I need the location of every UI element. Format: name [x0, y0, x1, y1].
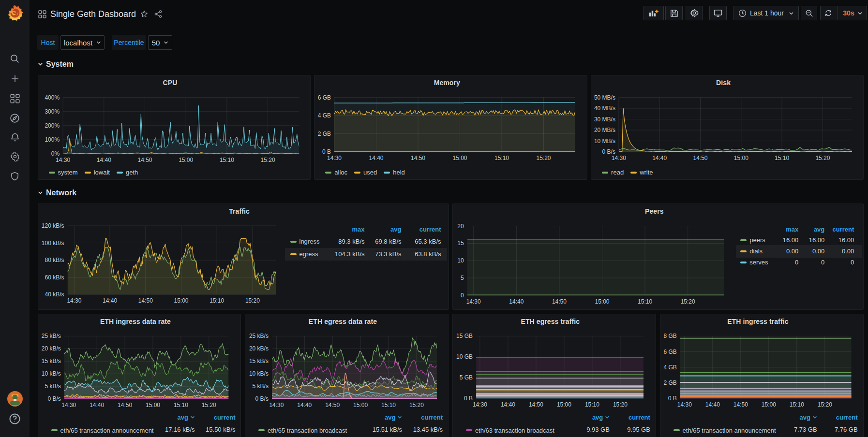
svg-text:14:40: 14:40 — [705, 401, 719, 408]
svg-text:15:00: 15:00 — [145, 402, 160, 408]
svg-text:4 GB: 4 GB — [663, 364, 676, 371]
svg-text:300%: 300% — [45, 108, 60, 115]
svg-text:20 kB/s: 20 kB/s — [249, 345, 269, 352]
svg-text:15:10: 15:10 — [381, 402, 396, 408]
svg-text:14:50: 14:50 — [411, 155, 425, 161]
svg-text:15 kB/s: 15 kB/s — [41, 358, 60, 364]
svg-text:0 B: 0 B — [322, 148, 331, 155]
svg-text:2 GB: 2 GB — [663, 379, 676, 386]
svg-text:14:50: 14:50 — [118, 402, 132, 408]
svg-text:5 kB/s: 5 kB/s — [253, 383, 269, 390]
svg-text:6 GB: 6 GB — [663, 349, 676, 355]
svg-text:14:30: 14:30 — [612, 155, 626, 161]
svg-text:15:10: 15:10 — [585, 401, 599, 408]
svg-text:14:50: 14:50 — [693, 155, 708, 161]
svg-text:14:40: 14:40 — [90, 402, 104, 408]
svg-text:14:40: 14:40 — [369, 155, 384, 161]
svg-text:15:20: 15:20 — [537, 155, 551, 161]
svg-text:25 kB/s: 25 kB/s — [41, 333, 60, 339]
svg-text:15:00: 15:00 — [734, 155, 748, 161]
svg-text:15:20: 15:20 — [817, 401, 832, 408]
svg-text:14:30: 14:30 — [269, 402, 284, 408]
svg-text:14:30: 14:30 — [61, 402, 76, 408]
svg-text:0 B/s: 0 B/s — [47, 395, 60, 402]
svg-text:25 kB/s: 25 kB/s — [249, 333, 269, 339]
svg-text:15:10: 15:10 — [494, 155, 509, 161]
svg-text:14:40: 14:40 — [501, 401, 515, 408]
svg-text:14:50: 14:50 — [325, 402, 340, 408]
svg-text:100%: 100% — [45, 136, 60, 143]
svg-text:15:00: 15:00 — [761, 401, 776, 408]
svg-text:15:10: 15:10 — [173, 402, 188, 408]
svg-text:40 MB/s: 40 MB/s — [594, 105, 615, 112]
svg-text:10 kB/s: 10 kB/s — [249, 370, 269, 377]
svg-text:15:10: 15:10 — [775, 155, 789, 161]
svg-text:14:30: 14:30 — [56, 157, 70, 163]
svg-text:0%: 0% — [51, 150, 60, 157]
svg-text:20 kB/s: 20 kB/s — [41, 345, 60, 352]
svg-text:15:20: 15:20 — [409, 402, 424, 408]
svg-text:15:20: 15:20 — [260, 157, 275, 163]
svg-text:14:50: 14:50 — [529, 401, 543, 408]
svg-text:10 kB/s: 10 kB/s — [41, 370, 60, 377]
svg-text:0 B/s: 0 B/s — [255, 395, 269, 402]
svg-text:14:30: 14:30 — [677, 401, 691, 408]
svg-text:15:20: 15:20 — [815, 155, 830, 161]
svg-text:2 GB: 2 GB — [318, 131, 331, 137]
svg-text:14:30: 14:30 — [327, 155, 342, 161]
svg-text:15:10: 15:10 — [219, 157, 234, 163]
svg-text:10 GB: 10 GB — [456, 353, 473, 360]
svg-text:14:40: 14:40 — [297, 402, 312, 408]
svg-text:8 GB: 8 GB — [663, 333, 676, 339]
svg-text:15 GB: 15 GB — [456, 333, 473, 339]
svg-text:15:00: 15:00 — [353, 402, 368, 408]
svg-text:14:40: 14:40 — [652, 155, 667, 161]
svg-text:400%: 400% — [45, 94, 60, 101]
svg-text:200%: 200% — [45, 122, 60, 129]
svg-text:15 kB/s: 15 kB/s — [249, 358, 269, 364]
svg-text:5 GB: 5 GB — [460, 374, 473, 381]
svg-text:6 GB: 6 GB — [318, 94, 331, 101]
svg-text:15:00: 15:00 — [557, 401, 571, 408]
svg-text:20 MB/s: 20 MB/s — [594, 127, 615, 133]
svg-text:30 MB/s: 30 MB/s — [594, 116, 615, 123]
svg-text:15:20: 15:20 — [613, 401, 628, 408]
svg-text:50 MB/s: 50 MB/s — [594, 94, 615, 101]
svg-text:0 B: 0 B — [668, 395, 676, 402]
svg-text:15:10: 15:10 — [789, 401, 804, 408]
svg-text:4 GB: 4 GB — [318, 112, 331, 119]
svg-text:5 kB/s: 5 kB/s — [45, 383, 60, 390]
svg-text:15:00: 15:00 — [179, 157, 193, 163]
svg-text:14:30: 14:30 — [473, 401, 487, 408]
svg-text:0 B: 0 B — [464, 395, 473, 402]
svg-text:15:00: 15:00 — [453, 155, 467, 161]
svg-text:14:50: 14:50 — [733, 401, 748, 408]
svg-text:15:20: 15:20 — [201, 402, 216, 408]
svg-text:14:40: 14:40 — [96, 157, 111, 163]
svg-text:14:50: 14:50 — [137, 157, 152, 163]
svg-text:0 B/s: 0 B/s — [602, 148, 615, 155]
svg-text:10 MB/s: 10 MB/s — [594, 138, 615, 145]
